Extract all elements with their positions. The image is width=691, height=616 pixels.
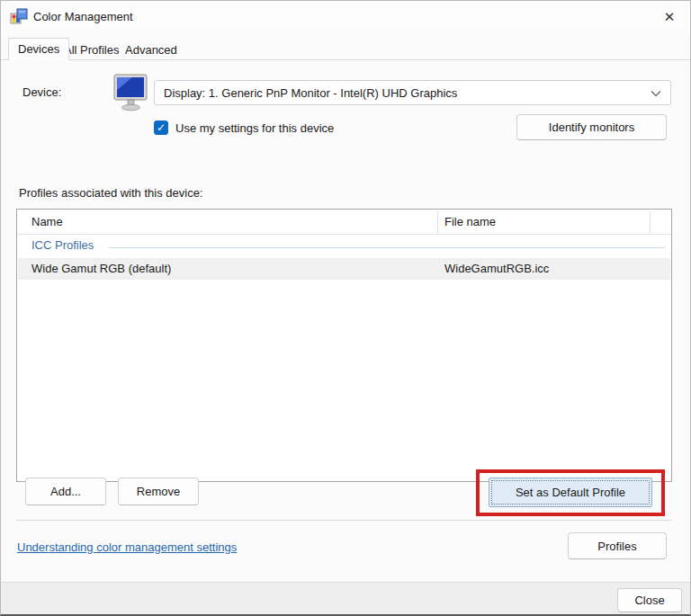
device-dropdown-value: Display: 1. Generic PnP Monitor - Intel(… — [164, 86, 457, 100]
profile-name-cell: Wide Gamut RGB (default) — [31, 262, 171, 275]
add-button[interactable]: Add... — [25, 478, 106, 505]
icc-profiles-group: ICC Profiles — [17, 237, 671, 256]
device-dropdown[interactable]: Display: 1. Generic PnP Monitor - Intel(… — [154, 80, 671, 105]
column-separator[interactable] — [437, 211, 438, 233]
icc-profiles-group-label: ICC Profiles — [31, 238, 94, 252]
title-bar: Color Management ✕ — [1, 1, 690, 33]
remove-button[interactable]: Remove — [118, 478, 199, 505]
device-label: Device: — [22, 85, 61, 99]
profiles-section-label: Profiles associated with this device: — [19, 186, 202, 200]
dialog-footer: Close — [1, 582, 690, 615]
profiles-list: Name File name ICC Profiles Wide Gamut R… — [16, 209, 672, 482]
identify-monitors-button[interactable]: Identify monitors — [516, 114, 667, 140]
color-management-dialog: Color Management ✕ Devices All Profiles … — [0, 0, 691, 616]
color-management-icon — [10, 8, 28, 26]
color-management-help-link[interactable]: Understanding color management settings — [17, 540, 237, 554]
monitor-icon — [111, 72, 152, 113]
group-divider — [109, 247, 666, 248]
tab-devices[interactable]: Devices — [8, 38, 69, 60]
window-title: Color Management — [33, 1, 133, 33]
set-as-default-profile-button[interactable]: Set as Default Profile — [489, 478, 652, 507]
profile-row[interactable]: Wide Gamut RGB (default) WideGamutRGB.ic… — [18, 258, 670, 280]
use-my-settings-label: Use my settings for this device — [175, 121, 334, 135]
section-divider — [16, 520, 672, 521]
column-header-name[interactable]: Name — [31, 210, 63, 235]
column-separator[interactable] — [650, 211, 651, 233]
list-header: Name File name — [17, 210, 671, 235]
tab-advanced[interactable]: Advanced — [116, 40, 186, 60]
tab-strip: Devices All Profiles Advanced — [1, 38, 690, 60]
column-header-file-name[interactable]: File name — [444, 210, 496, 235]
use-my-settings-checkbox[interactable]: ✓ — [154, 121, 168, 135]
profile-file-cell: WideGamutRGB.icc — [444, 262, 549, 275]
close-icon[interactable]: ✕ — [656, 4, 683, 30]
close-button[interactable]: Close — [617, 588, 682, 612]
chevron-down-icon — [651, 89, 661, 98]
profiles-button[interactable]: Profiles — [568, 532, 667, 559]
